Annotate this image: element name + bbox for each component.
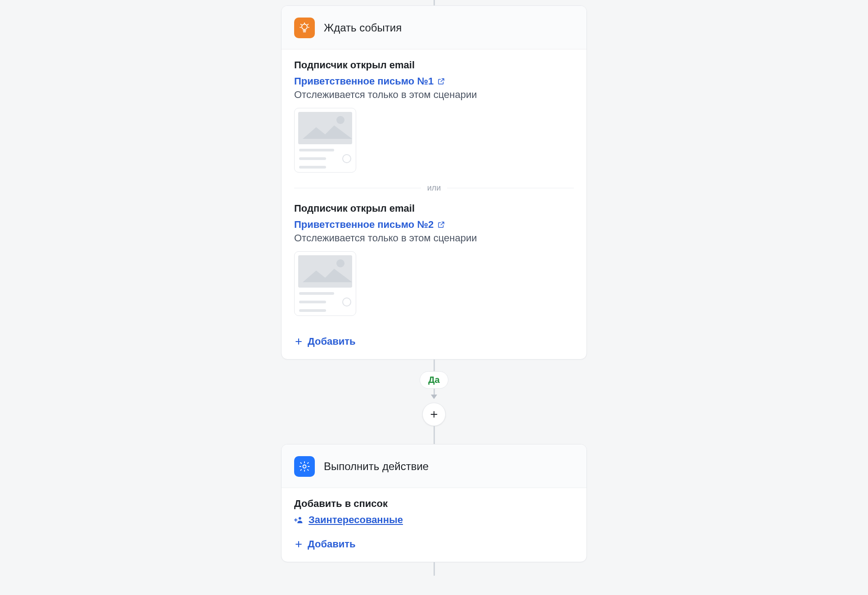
event-title: Подписчик открыл email — [294, 59, 574, 71]
connector-line — [434, 562, 435, 576]
add-label: Добавить — [308, 336, 356, 347]
card-header: Выполнить действие — [282, 444, 586, 488]
card-header: Ждать события — [282, 6, 586, 49]
svg-rect-1 — [298, 112, 352, 144]
email-link[interactable]: Приветственное письмо №1 — [294, 75, 445, 87]
wait-event-card[interactable]: Ждать события Подписчик открыл email При… — [281, 5, 587, 360]
svg-rect-3 — [298, 255, 352, 288]
event-subtext: Отслеживается только в этом сценарии — [294, 232, 574, 244]
connector-arrow — [431, 389, 437, 399]
action-block: Добавить в список Заинтересованные — [282, 488, 586, 532]
connector-line — [434, 426, 435, 444]
automation-flow: Ждать события Подписчик открыл email При… — [281, 0, 587, 576]
external-link-icon — [437, 221, 445, 229]
perform-action-card[interactable]: Выполнить действие Добавить в список Заи… — [281, 444, 587, 562]
or-divider: или — [282, 183, 586, 193]
image-placeholder-icon — [298, 255, 352, 288]
person-add-icon — [294, 515, 304, 525]
event-title: Подписчик открыл email — [294, 203, 574, 214]
svg-point-6 — [299, 517, 301, 520]
svg-point-5 — [303, 465, 306, 468]
or-label: или — [427, 183, 441, 193]
add-event-button[interactable]: Добавить — [282, 327, 586, 359]
plus-icon — [294, 540, 303, 549]
email-thumbnail[interactable] — [294, 108, 356, 173]
card-title: Ждать события — [324, 22, 402, 34]
lightbulb-icon — [294, 18, 315, 38]
list-link[interactable]: Заинтересованные — [294, 514, 403, 526]
event-subtext: Отслеживается только в этом сценарии — [294, 89, 574, 101]
gear-icon — [294, 456, 315, 477]
branch-badge-yes[interactable]: Да — [420, 371, 448, 389]
external-link-icon — [437, 77, 445, 85]
svg-point-0 — [302, 24, 307, 30]
email-link[interactable]: Приветственное письмо №2 — [294, 219, 445, 231]
email-link-label: Приветственное письмо №2 — [294, 219, 434, 231]
add-step-button[interactable] — [422, 403, 446, 426]
plus-icon — [429, 409, 439, 419]
event-block: Подписчик открыл email Приветственное пи… — [282, 193, 586, 327]
action-title: Добавить в список — [294, 498, 574, 510]
add-action-button[interactable]: Добавить — [282, 532, 586, 562]
connector-line — [434, 0, 435, 5]
list-name: Заинтересованные — [309, 514, 403, 526]
email-thumbnail[interactable] — [294, 251, 356, 316]
card-body: Добавить в список Заинтересованные Добав… — [282, 488, 586, 562]
plus-icon — [294, 337, 303, 346]
arrow-down-icon — [431, 395, 437, 399]
svg-point-2 — [336, 116, 345, 124]
event-block: Подписчик открыл email Приветственное пи… — [282, 49, 586, 183]
add-label: Добавить — [308, 538, 356, 550]
card-title: Выполнить действие — [324, 460, 429, 473]
email-link-label: Приветственное письмо №1 — [294, 75, 434, 87]
connector-line — [434, 360, 435, 371]
image-placeholder-icon — [298, 112, 352, 144]
card-body: Подписчик открыл email Приветственное пи… — [282, 49, 586, 359]
svg-point-4 — [336, 259, 345, 267]
